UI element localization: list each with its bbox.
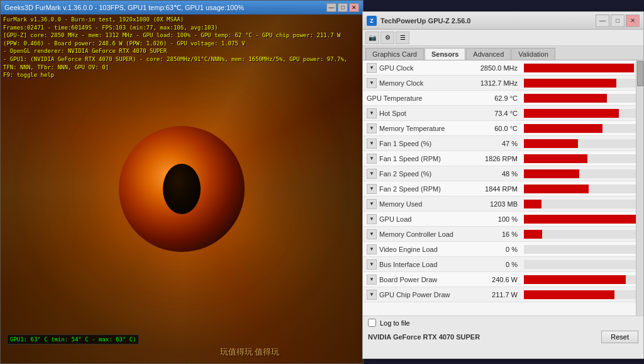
sensor-row-9: ▼Memory Used1203 MB (363, 196, 643, 212)
sensor-label-text-6: Fan 1 Speed (RPM) (379, 155, 441, 162)
sensor-bar-container-14 (524, 275, 640, 284)
sensor-bar-10 (524, 215, 640, 224)
furmark-pupil (163, 164, 201, 214)
sensor-row-7: ▼Fan 2 Speed (%)48 % (363, 166, 643, 181)
sensor-label-7: ▼Fan 2 Speed (%) (363, 169, 470, 179)
tab-validation[interactable]: Validation (511, 48, 555, 60)
furmark-info-line6: F9: toggle help (3, 71, 360, 79)
sensor-value-3: 73.4 °C (470, 110, 520, 117)
sensor-label-text-9: Memory Used (379, 200, 422, 208)
furmark-info-line3: [GPU-Z] core: 2850 MHz - mem: 1312 MHz -… (3, 31, 360, 47)
sensor-row-13: ▼Bus Interface Load0 % (363, 257, 643, 272)
gpuz-toolbar: 📷 ⚙ ☰ (363, 30, 643, 46)
furmark-window-controls: — □ ✕ (326, 3, 359, 12)
tab-graphics-card[interactable]: Graphics Card (365, 48, 424, 60)
furmark-title: Geeks3D FurMark v.1.36.0.0 - 103FPS, GPU… (4, 4, 326, 12)
sensor-value-0: 2850.0 MHz (470, 64, 520, 72)
gpuz-title-text: TechPowerUp GPU-Z 2.56.0 (380, 17, 470, 25)
sensor-bar-3 (524, 109, 619, 118)
furmark-gpu-temp-info: GPU1: 63° C (min: 54° C - max: 63° C) (7, 334, 139, 344)
sensor-label-13: ▼Bus Interface Load (363, 259, 470, 270)
sensor-bar-container-11 (524, 230, 640, 239)
sensor-row-10: ▼GPU Load100 % (363, 212, 643, 227)
sensor-value-1: 1312.7 MHz (470, 79, 520, 87)
furmark-info-line4: - OpenGL renderer: NVIDIA GeForce RTX 40… (3, 47, 360, 55)
sensor-label-text-4: Memory Temperature (379, 125, 445, 132)
sensor-label-text-3: Hot Spot (379, 110, 406, 117)
sensor-bar-container-0 (524, 64, 640, 72)
sensor-dropdown-15[interactable]: ▼ (367, 290, 377, 300)
gpuz-titlebar: Z TechPowerUp GPU-Z 2.56.0 — □ ✕ (363, 12, 643, 30)
sensor-row-8: ▼Fan 2 Speed (RPM)1844 RPM (363, 181, 643, 196)
sensor-label-text-14: Board Power Draw (379, 276, 437, 283)
furmark-info-line1: FurMark v1.36.0.0 - Burn-in test, 1920x1… (3, 16, 360, 24)
gpuz-bottom-panel: Log to file NVIDIA GeForce RTX 4070 SUPE… (363, 316, 643, 358)
gpuz-settings-icon[interactable]: ⚙ (380, 31, 394, 44)
sensor-dropdown-12[interactable]: ▼ (367, 244, 377, 254)
sensor-bar-6 (524, 154, 587, 163)
sensor-label-12: ▼Video Engine Load (363, 244, 470, 254)
sensor-dropdown-7[interactable]: ▼ (367, 169, 377, 179)
gpuz-minimize-button[interactable]: — (596, 14, 609, 27)
sensor-dropdown-10[interactable]: ▼ (367, 214, 377, 224)
sensor-label-2: GPU Temperature (363, 94, 470, 102)
sensor-dropdown-5[interactable]: ▼ (367, 139, 377, 149)
sensor-row-14: ▼Board Power Draw240.6 W (363, 272, 643, 287)
reset-button[interactable]: Reset (601, 331, 638, 343)
tab-advanced[interactable]: Advanced (466, 48, 511, 60)
furmark-close-button[interactable]: ✕ (349, 3, 359, 12)
sensor-dropdown-14[interactable]: ▼ (367, 275, 377, 285)
sensor-dropdown-0[interactable]: ▼ (367, 63, 377, 73)
log-to-file-label: Log to file (380, 319, 410, 327)
gpuz-scrollbar[interactable] (636, 60, 643, 344)
furmark-content: FurMark v1.36.0.0 - Burn-in test, 1920x1… (1, 14, 363, 363)
gpuz-menu-icon[interactable]: ☰ (396, 31, 409, 44)
sensor-label-9: ▼Memory Used (363, 199, 470, 209)
sensor-row-1: ▼Memory Clock1312.7 MHz (363, 76, 643, 91)
sensor-bar-15 (524, 290, 614, 299)
sensor-dropdown-6[interactable]: ▼ (367, 154, 377, 164)
sensor-dropdown-3[interactable]: ▼ (367, 108, 377, 118)
sensor-dropdown-13[interactable]: ▼ (367, 259, 377, 270)
sensor-bar-9 (524, 200, 541, 208)
sensor-value-15: 211.7 W (470, 291, 520, 299)
sensor-label-text-13: Bus Interface Load (379, 261, 437, 268)
gpuz-scrollbar-thumb[interactable] (637, 61, 643, 86)
furmark-info-overlay: FurMark v1.36.0.0 - Burn-in test, 1920x1… (1, 14, 363, 81)
sensor-dropdown-11[interactable]: ▼ (367, 229, 377, 239)
tab-sensors[interactable]: Sensors (425, 48, 465, 60)
sensor-bar-container-5 (524, 139, 640, 148)
sensor-list: ▼GPU Clock2850.0 MHz▼Memory Clock1312.7 … (363, 60, 643, 302)
sensor-label-6: ▼Fan 1 Speed (RPM) (363, 154, 470, 164)
furmark-info-line2: Frames:02471 - time:60149S - FPS:103 (mi… (3, 24, 360, 32)
gpuz-close-button[interactable]: ✕ (626, 14, 640, 27)
furmark-maximize-button[interactable]: □ (338, 3, 348, 12)
sensor-row-3: ▼Hot Spot73.4 °C (363, 106, 643, 121)
sensor-label-text-0: GPU Clock (379, 64, 413, 72)
sensor-label-3: ▼Hot Spot (363, 108, 470, 118)
sensor-bar-container-10 (524, 215, 640, 224)
furmark-info-line5: - GPU1: (NVIDIA GeForce RTX 4070 SUPER) … (3, 55, 360, 71)
sensor-label-10: ▼GPU Load (363, 214, 470, 224)
gpuz-window-controls: — □ ✕ (596, 14, 640, 27)
sensor-value-8: 1844 RPM (470, 185, 520, 193)
sensor-dropdown-1[interactable]: ▼ (367, 78, 377, 88)
sensor-dropdown-8[interactable]: ▼ (367, 184, 377, 194)
sensor-label-text-1: Memory Clock (379, 79, 423, 87)
sensor-value-10: 100 % (470, 215, 520, 223)
sensor-label-4: ▼Memory Temperature (363, 123, 470, 134)
sensor-label-15: ▼GPU Chip Power Draw (363, 290, 470, 300)
sensor-value-2: 62.9 °C (470, 94, 520, 102)
furmark-minimize-button[interactable]: — (326, 3, 336, 12)
sensor-dropdown-9[interactable]: ▼ (367, 199, 377, 209)
sensor-label-8: ▼Fan 2 Speed (RPM) (363, 184, 470, 194)
gpuz-maximize-button[interactable]: □ (611, 14, 625, 27)
gpuz-screenshot-icon[interactable]: 📷 (365, 31, 379, 44)
sensor-row-6: ▼Fan 1 Speed (RPM)1826 RPM (363, 151, 643, 166)
sensor-value-6: 1826 RPM (470, 155, 520, 162)
sensor-bar-11 (524, 230, 542, 239)
log-to-file-checkbox[interactable] (368, 319, 376, 327)
sensor-value-14: 240.6 W (470, 276, 520, 283)
sensor-row-4: ▼Memory Temperature60.0 °C (363, 121, 643, 136)
sensor-dropdown-4[interactable]: ▼ (367, 123, 377, 134)
